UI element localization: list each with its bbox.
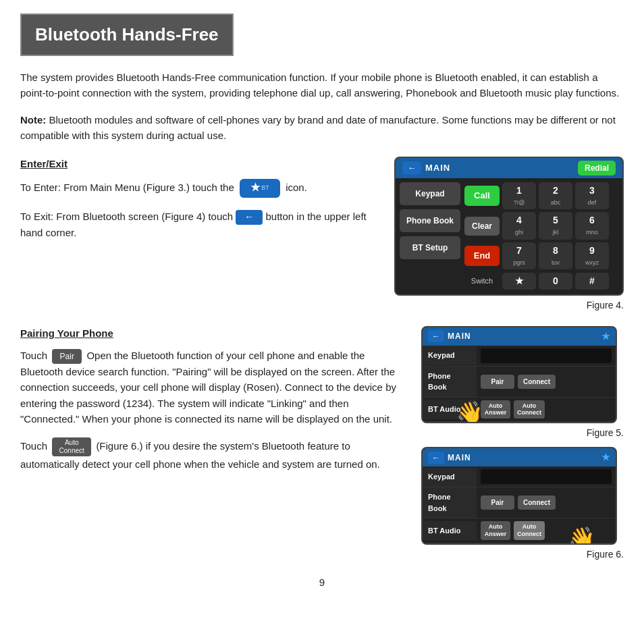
- pairing-text: Touch Pair Open the Bluetooth function o…: [20, 348, 408, 427]
- fig6-btaudio-label: BT Audio: [423, 521, 477, 541]
- pairing-text3: Touch: [20, 440, 47, 452]
- bt-label: BT: [261, 184, 269, 193]
- fig5-phonebook-label: Phone Book: [423, 367, 477, 397]
- fig4-key5[interactable]: 5jkl: [539, 212, 572, 239]
- page-title: Bluetooth Hands-Free: [20, 14, 234, 56]
- fig5-keypad-content: [477, 346, 616, 366]
- fig6-bt-indicator: ★: [601, 450, 610, 464]
- pairing-text1: Touch: [20, 350, 47, 361]
- fig4-left-buttons: Keypad Phone Book BT Setup: [400, 182, 460, 290]
- fig4-main-label: MAIN: [425, 161, 450, 175]
- fig4-phonebook-btn[interactable]: Phone Book: [400, 209, 460, 232]
- fig4-topbar: ← MAIN Redial: [396, 158, 622, 178]
- fig4-back-arrow: ←: [402, 161, 421, 175]
- fig5-keypad-label: Keypad: [423, 346, 477, 365]
- fig4-keypad-btn[interactable]: Keypad: [400, 182, 460, 205]
- fig6-main-label: MAIN: [448, 452, 471, 464]
- enter-text2: icon.: [286, 181, 307, 192]
- fig5-btaudio-content: AutoAnswer AutoConnect: [477, 398, 616, 422]
- bluetooth-symbol: ★: [250, 180, 260, 196]
- fig6-keypad-label: Keypad: [423, 467, 477, 487]
- fig6-topbar: ← MAIN ★: [423, 448, 616, 466]
- fig5-keypad-row: Keypad: [423, 346, 616, 367]
- fig5-bt-indicator: ★: [601, 329, 610, 344]
- fig5-display: [481, 348, 612, 363]
- fig4-numpad: Call 1?!@ 2abc 3def Clear 4ghi 5jkl 6mno: [464, 182, 618, 290]
- intro-para1: The system provides Bluetooth Hands-Free…: [20, 70, 624, 101]
- note-label: Note:: [20, 114, 46, 126]
- fig4-key1[interactable]: 1?!@: [502, 182, 536, 209]
- fig5-autoanswer-btn[interactable]: AutoAnswer: [481, 400, 510, 419]
- fig4-key-hash[interactable]: #: [575, 273, 609, 290]
- fig5-btaudio-row: BT Audio AutoAnswer AutoConnect: [423, 398, 616, 423]
- figure4-screen: ← MAIN Redial Keypad Phone Book BT Setup…: [394, 157, 624, 296]
- fig6-keypad-content: [477, 466, 616, 487]
- fig6-caption: Figure 6.: [421, 547, 624, 562]
- pair-btn-inline[interactable]: Pair: [52, 349, 82, 364]
- fig6-hand-pointer: 👋: [568, 522, 595, 545]
- fig4-caption: Figure 4.: [394, 298, 624, 313]
- note-text: Bluetooth modules and software of cell-p…: [20, 114, 616, 141]
- enter-text1: To Enter: From Main Menu (Figure 3.) tou…: [20, 181, 234, 192]
- bt-icon-button: ★ BT: [240, 179, 280, 198]
- fig4-switch-btn[interactable]: Switch: [464, 272, 500, 290]
- fig5-hand-pointer: 👋: [456, 396, 483, 423]
- page-number: 9: [20, 575, 624, 591]
- fig4-key4[interactable]: 4ghi: [502, 212, 536, 239]
- fig5-caption: Figure 5.: [421, 426, 624, 440]
- fig4-key8[interactable]: 8tuv: [539, 242, 572, 269]
- enter-text: To Enter: From Main Menu (Figure 3.) tou…: [20, 179, 381, 198]
- fig6-pair-btn[interactable]: Pair: [481, 495, 514, 510]
- fig6-display: [481, 469, 612, 484]
- fig6-phonebook-content: Pair Connect: [477, 493, 616, 512]
- fig4-row4: Switch ★ 0 #: [464, 272, 618, 290]
- fig5-phonebook-content: Pair Connect: [477, 372, 616, 392]
- fig4-key2[interactable]: 2abc: [539, 182, 572, 209]
- fig5-autoconnect-btn[interactable]: AutoConnect: [514, 400, 545, 419]
- fig6-phonebook-label: Phone Book: [423, 487, 477, 518]
- fig5-connect-btn[interactable]: Connect: [518, 375, 556, 389]
- fig5-phonebook-row: Phone Book Pair Connect: [423, 367, 616, 398]
- fig4-key7[interactable]: 7pgrs: [502, 242, 536, 269]
- fig4-call-btn[interactable]: Call: [464, 186, 500, 206]
- note-para: Note: Bluetooth modules and software of …: [20, 112, 624, 144]
- fig4-key3[interactable]: 3def: [575, 182, 609, 209]
- fig4-row3: End 7pgrs 8tuv 9wxyz: [464, 242, 618, 269]
- fig6-autoanswer-btn[interactable]: AutoAnswer: [481, 521, 510, 540]
- fig4-end-btn[interactable]: End: [464, 246, 500, 266]
- fig4-redial-btn: Redial: [578, 161, 616, 176]
- fig4-clear-btn[interactable]: Clear: [464, 217, 500, 236]
- fig4-key9[interactable]: 9wxyz: [575, 242, 609, 269]
- pairing-heading: Pairing Your Phone: [20, 326, 408, 342]
- autoconnect-btn-inline[interactable]: AutoConnect: [52, 437, 91, 456]
- fig5-back-arrow: ←: [428, 330, 444, 342]
- fig6-connect-btn[interactable]: Connect: [518, 495, 556, 510]
- fig4-btsetup-btn[interactable]: BT Setup: [400, 236, 460, 259]
- fig6-phonebook-row: Phone Book Pair Connect: [423, 487, 616, 518]
- back-button-inline: ←: [236, 210, 263, 225]
- exit-text: To Exit: From Bluetooth screen (Figure 4…: [20, 209, 381, 240]
- fig5-main-label: MAIN: [448, 330, 471, 342]
- enter-exit-heading: Enter/Exit: [20, 157, 381, 172]
- exit-text1: To Exit: From Bluetooth screen (Figure 4…: [20, 211, 233, 222]
- fig4-row2: Clear 4ghi 5jkl 6mno: [464, 212, 618, 239]
- fig6-keypad-row: Keypad: [423, 466, 616, 487]
- fig5-pair-btn[interactable]: Pair: [481, 375, 514, 389]
- fig4-key6[interactable]: 6mno: [575, 212, 609, 239]
- fig5-topbar: ← MAIN ★: [423, 327, 616, 346]
- fig4-key-star[interactable]: ★: [502, 273, 536, 290]
- figure5-screen: ← MAIN ★ Keypad Phone Book: [421, 326, 617, 424]
- autoconnect-text: Touch AutoConnect (Figure 6.) if you des…: [20, 437, 408, 472]
- fig4-key0[interactable]: 0: [539, 273, 572, 290]
- figure6-screen: ← MAIN ★ Keypad Phone Book: [421, 447, 617, 545]
- fig5-body: Keypad Phone Book Pair Connect: [423, 346, 616, 423]
- fig4-body: Keypad Phone Book BT Setup Call 1?!@ 2ab…: [396, 178, 622, 294]
- fig6-autoconnect-btn[interactable]: AutoConnect: [514, 521, 545, 540]
- fig4-row1: Call 1?!@ 2abc 3def: [464, 182, 618, 209]
- fig6-back-arrow: ←: [428, 452, 444, 464]
